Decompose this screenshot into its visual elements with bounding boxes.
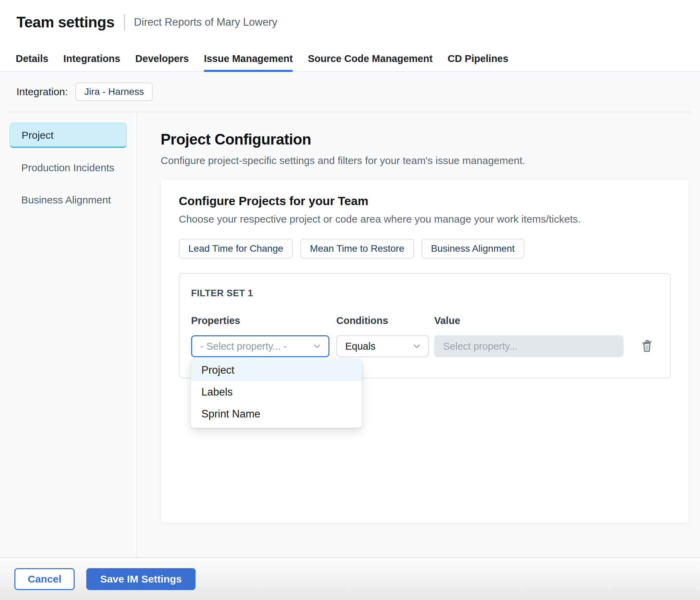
integration-chip[interactable]: Jira - Harness: [75, 83, 153, 101]
dropdown-option-sprint-name[interactable]: Sprint Name: [191, 403, 362, 425]
tab-details[interactable]: Details: [16, 53, 48, 71]
actions-bar: Cancel Save IM Settings: [0, 557, 700, 600]
chip-lead-time-for-change[interactable]: Lead Time for Change: [179, 239, 293, 259]
properties-select-placeholder: - Select property... -: [200, 341, 287, 352]
section-description: Configure project-specific settings and …: [161, 155, 689, 166]
cancel-button[interactable]: Cancel: [14, 568, 75, 590]
page-title: Team settings: [16, 14, 114, 31]
tab-integrations[interactable]: Integrations: [63, 53, 120, 71]
tab-bar: Details Integrations Developers Issue Ma…: [0, 54, 700, 72]
value-input[interactable]: [434, 335, 624, 357]
integration-label: Integration:: [16, 86, 68, 98]
sidebar-item-business-alignment[interactable]: Business Alignment: [10, 188, 127, 212]
chip-business-alignment[interactable]: Business Alignment: [422, 239, 524, 259]
properties-dropdown: Project Labels Sprint Name: [191, 359, 362, 428]
page-subtitle: Direct Reports of Mary Lowery: [134, 16, 277, 28]
configure-projects-card: Configure Projects for your Team Choose …: [161, 179, 689, 523]
filter-column-headers: Properties Conditions Value: [191, 315, 655, 326]
value-column-header: Value: [434, 315, 624, 326]
save-im-settings-button[interactable]: Save IM Settings: [86, 568, 195, 590]
sidebar-item-production-incidents[interactable]: Production Incidents: [10, 155, 127, 180]
tab-cd-pipelines[interactable]: CD Pipelines: [448, 53, 508, 71]
properties-select[interactable]: - Select property... -: [191, 335, 329, 357]
card-heading: Configure Projects for your Team: [179, 194, 671, 208]
card-description: Choose your respective project or code a…: [179, 213, 671, 225]
title-divider: [124, 14, 125, 30]
properties-column-header: Properties: [191, 315, 329, 326]
tab-developers[interactable]: Developers: [135, 53, 189, 71]
chip-mean-time-to-restore[interactable]: Mean Time to Restore: [300, 239, 414, 259]
tab-source-code-management[interactable]: Source Code Management: [308, 53, 433, 71]
trash-icon: [639, 338, 655, 354]
chevron-down-icon: [412, 341, 422, 351]
sidebar-item-project[interactable]: Project: [10, 123, 127, 148]
integration-row: Integration: Jira - Harness: [0, 72, 700, 112]
delete-filter-button[interactable]: [639, 338, 655, 354]
chevron-down-icon: [312, 341, 322, 351]
filter-set-title: FILTER SET 1: [191, 288, 655, 299]
conditions-column-header: Conditions: [336, 315, 429, 326]
page-header: Team settings Direct Reports of Mary Low…: [0, 0, 700, 54]
settings-sidebar: Project Production Incidents Business Al…: [0, 112, 137, 557]
main-content: Project Configuration Configure project-…: [137, 112, 700, 557]
conditions-select[interactable]: Equals: [336, 335, 429, 357]
filter-set-1: FILTER SET 1 Properties Conditions Value…: [179, 273, 671, 378]
section-heading: Project Configuration: [161, 131, 689, 148]
metric-chip-row: Lead Time for Change Mean Time to Restor…: [179, 239, 671, 259]
dropdown-option-project[interactable]: Project: [191, 359, 362, 381]
dropdown-option-labels[interactable]: Labels: [191, 381, 362, 403]
conditions-select-value: Equals: [345, 341, 376, 352]
tab-issue-management[interactable]: Issue Management: [204, 53, 292, 71]
